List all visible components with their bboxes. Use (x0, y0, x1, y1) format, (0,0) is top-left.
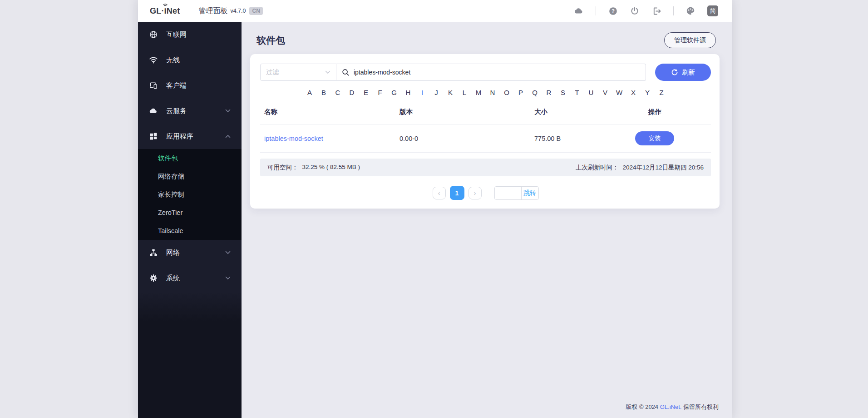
sidebar-item-system[interactable]: 系统 (138, 265, 242, 291)
letter-link-active[interactable]: I (415, 89, 429, 96)
sidebar-item-clients[interactable]: 客户端 (138, 73, 242, 98)
top-bar: GL·iNet 管理面板 v4.7.0 CN ? 简 (138, 0, 732, 22)
glinet-link[interactable]: GL.iNet. (660, 403, 682, 410)
sidebar-item-applications[interactable]: 应用程序 (138, 124, 242, 149)
package-version: 0.00-0 (395, 135, 530, 142)
sidebar-item-parental-control[interactable]: 家长控制 (138, 185, 242, 204)
prev-page-button[interactable]: ‹ (433, 187, 446, 199)
letter-link[interactable]: X (626, 89, 641, 96)
status-bar: 可用空间： 32.25 % ( 82.55 MB ) 上次刷新时间： 2024年… (260, 159, 711, 176)
install-button[interactable]: 安装 (635, 131, 674, 145)
letter-link[interactable]: V (598, 89, 612, 96)
letter-link[interactable]: B (317, 89, 331, 96)
letter-link[interactable]: Q (528, 89, 542, 96)
letter-link[interactable]: D (345, 89, 359, 96)
help-icon[interactable]: ? (608, 6, 618, 16)
sidebar-item-label: 应用程序 (166, 132, 193, 141)
logo-text: GL· (150, 6, 164, 16)
letter-link[interactable]: L (458, 89, 472, 96)
filter-placeholder: 过滤 (266, 68, 279, 76)
pagination: ‹ 1 › 跳转 (260, 186, 711, 200)
search-input[interactable] (354, 69, 640, 76)
page-number-current[interactable]: 1 (450, 186, 464, 200)
cloud-icon[interactable] (574, 6, 584, 16)
manage-sources-button[interactable]: 管理软件源 (664, 32, 716, 48)
header-actions: ? 简 (574, 5, 718, 16)
letter-link[interactable]: N (486, 89, 500, 96)
sidebar-item-packages[interactable]: 软件包 (138, 149, 242, 167)
letter-link[interactable]: M (472, 89, 486, 96)
letter-link[interactable]: P (514, 89, 528, 96)
panel-version: v4.7.0 (230, 8, 246, 14)
palette-icon[interactable] (686, 6, 695, 16)
gear-icon (149, 274, 158, 283)
glinet-logo: GL·iNet (150, 6, 180, 16)
letter-link[interactable]: R (542, 89, 556, 96)
sidebar-item-tailscale[interactable]: Tailscale (138, 222, 242, 240)
chevron-down-icon (225, 251, 231, 254)
letter-link[interactable]: Z (655, 89, 669, 96)
header-icon-divider (673, 6, 674, 15)
sidebar-item-internet[interactable]: 互联网 (138, 22, 242, 47)
search-box (336, 64, 646, 81)
letter-link[interactable]: J (429, 89, 444, 96)
letter-link[interactable]: S (556, 89, 570, 96)
letter-link[interactable]: E (359, 89, 373, 96)
letter-link[interactable]: W (612, 89, 626, 96)
letter-link[interactable]: G (387, 89, 401, 96)
alphabet-index: A B C D E F G H I J K L M N O P Q (260, 89, 711, 96)
cn-badge: CN (249, 7, 262, 15)
page-jump-button[interactable]: 跳转 (521, 187, 538, 199)
sidebar-item-label: 互联网 (166, 30, 187, 39)
letter-link[interactable]: O (500, 89, 514, 96)
search-icon (342, 69, 350, 76)
column-header-size: 大小 (530, 108, 598, 116)
chevron-up-icon (225, 134, 231, 138)
packages-table: 名称 版本 大小 操作 iptables-mod-socket 0.00-0 7… (260, 103, 711, 153)
applications-submenu: 软件包 网络存储 家长控制 ZeroTier Tailscale (138, 149, 242, 240)
letter-link[interactable]: A (303, 89, 317, 96)
page-jump-input[interactable] (495, 187, 521, 199)
sidebar-item-wireless[interactable]: 无线 (138, 47, 242, 73)
letter-link[interactable]: U (584, 89, 598, 96)
package-size: 775.00 B (530, 135, 598, 142)
letter-link[interactable]: Y (641, 89, 655, 96)
globe-icon (149, 30, 158, 39)
cloud-icon (149, 106, 158, 115)
main-content: 软件包 管理软件源 过滤 (242, 22, 732, 418)
letter-link[interactable]: F (373, 89, 387, 96)
packages-card: 过滤 刷新 (250, 54, 720, 209)
letter-link[interactable]: H (401, 89, 415, 96)
letter-link[interactable]: K (444, 89, 458, 96)
language-badge[interactable]: 简 (707, 5, 718, 16)
sidebar-item-cloud-services[interactable]: 云服务 (138, 98, 242, 124)
network-icon (149, 248, 158, 257)
letter-link[interactable]: C (331, 89, 345, 96)
column-header-action: 操作 (598, 108, 711, 116)
refresh-icon (671, 69, 678, 76)
chevron-down-icon (225, 109, 231, 113)
column-header-version: 版本 (395, 108, 530, 116)
copyright-suffix: 保留所有权利 (681, 403, 719, 410)
package-name-link[interactable]: iptables-mod-socket (264, 135, 323, 142)
letter-link[interactable]: T (570, 89, 584, 96)
filter-select[interactable]: 过滤 (260, 64, 336, 81)
sidebar-item-label: 无线 (166, 56, 180, 65)
panel-title: 管理面板 (198, 6, 227, 16)
power-icon[interactable] (630, 6, 640, 16)
next-page-button[interactable]: › (469, 187, 482, 199)
refresh-label: 刷新 (682, 68, 695, 77)
sidebar-item-label: 云服务 (166, 107, 187, 115)
free-space-status: 可用空间： 32.25 % ( 82.55 MB ) (267, 164, 360, 172)
table-header-row: 名称 版本 大小 操作 (260, 103, 711, 124)
logout-icon[interactable] (651, 6, 661, 16)
page-title: 软件包 (256, 34, 285, 47)
sidebar-item-zerotier[interactable]: ZeroTier (138, 204, 242, 222)
free-space-label: 可用空间： (267, 164, 298, 172)
sidebar-item-network-storage[interactable]: 网络存储 (138, 167, 242, 185)
sidebar-item-label: 网络 (166, 249, 180, 257)
last-refresh-value: 2024年12月12日星期四 20:56 (622, 164, 704, 172)
header-icon-divider (596, 6, 596, 15)
sidebar-item-network[interactable]: 网络 (138, 240, 242, 265)
refresh-button[interactable]: 刷新 (655, 64, 711, 81)
